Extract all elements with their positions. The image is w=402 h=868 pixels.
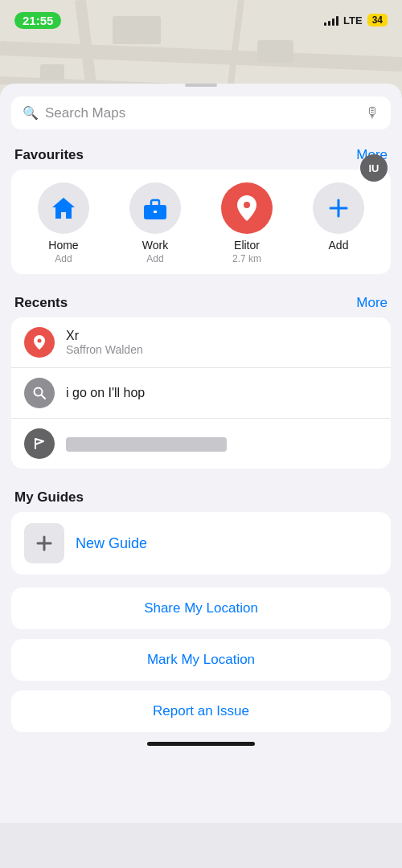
signal-bar-2 xyxy=(328,21,330,26)
battery-badge: 34 xyxy=(367,14,388,27)
status-bar: 21:55 LTE 34 xyxy=(0,0,402,35)
recent-item-xr[interactable]: Xr Saffron Walden xyxy=(11,317,391,367)
svg-rect-7 xyxy=(40,64,64,80)
mark-location-button[interactable]: Mark My Location xyxy=(11,639,391,681)
fav-item-add[interactable]: Add xyxy=(306,182,371,264)
svg-rect-6 xyxy=(257,40,293,63)
favourites-row: Home Add Work Add xyxy=(18,182,384,264)
favourites-section-header: Favourites More xyxy=(0,139,402,170)
recent-icon-search xyxy=(24,378,55,408)
blurred-content xyxy=(66,437,227,452)
guides-title: My Guides xyxy=(14,489,84,506)
home-indicator xyxy=(147,742,255,746)
recents-title: Recents xyxy=(14,295,68,311)
search-container: 🔍 Search Maps 🎙 IU xyxy=(0,96,402,139)
fav-sublabel-home: Add xyxy=(55,253,72,264)
fav-icon-elitor xyxy=(221,182,273,234)
favourites-card: Home Add Work Add xyxy=(11,170,391,274)
recent-icon-flag xyxy=(24,428,55,459)
signal-bars xyxy=(324,14,338,26)
signal-bar-3 xyxy=(332,18,334,26)
svg-point-11 xyxy=(38,339,42,343)
lte-label: LTE xyxy=(343,14,363,27)
search-placeholder[interactable]: Search Maps xyxy=(45,105,359,121)
svg-point-10 xyxy=(244,202,250,208)
signal-bar-1 xyxy=(324,23,326,26)
recent-item-blurred[interactable] xyxy=(11,418,391,469)
svg-rect-9 xyxy=(154,211,157,213)
fav-label-add: Add xyxy=(329,239,349,252)
recent-text-igo: i go on I'll hop xyxy=(66,386,378,400)
fav-label-home: Home xyxy=(48,239,78,252)
fav-icon-work xyxy=(129,182,181,234)
svg-line-13 xyxy=(42,395,46,399)
recents-more-link[interactable]: More xyxy=(356,295,388,311)
fav-item-home[interactable]: Home Add xyxy=(31,182,96,264)
report-issue-button[interactable]: Report an Issue xyxy=(11,690,391,732)
recent-title-igo: i go on I'll hop xyxy=(66,386,378,400)
recents-card: Xr Saffron Walden i go on I'll hop xyxy=(11,317,391,469)
bottom-sheet: 🔍 Search Maps 🎙 IU Favourites More Home … xyxy=(0,84,402,823)
fav-sublabel-add xyxy=(337,253,339,264)
guides-section-header: My Guides xyxy=(0,481,402,512)
favourites-title: Favourites xyxy=(14,147,84,163)
status-time: 21:55 xyxy=(14,12,61,29)
fav-item-work[interactable]: Work Add xyxy=(123,182,187,264)
status-right: LTE 34 xyxy=(324,14,388,27)
fav-sublabel-elitor: 2.7 km xyxy=(232,253,261,264)
search-icon: 🔍 xyxy=(23,105,39,121)
recent-text-blurred xyxy=(66,436,378,452)
guides-card[interactable]: New Guide xyxy=(11,512,391,575)
recent-title-xr: Xr xyxy=(66,329,378,343)
recent-icon-pin xyxy=(24,327,55,358)
share-location-button[interactable]: Share My Location xyxy=(11,588,391,629)
mic-icon[interactable]: 🎙 xyxy=(365,104,379,121)
fav-label-elitor: Elitor xyxy=(234,239,260,252)
avatar[interactable]: IU xyxy=(360,154,388,182)
sheet-handle xyxy=(185,84,217,87)
fav-icon-add xyxy=(313,182,364,234)
fav-label-work: Work xyxy=(142,239,168,252)
recent-subtitle-xr: Saffron Walden xyxy=(66,343,378,356)
signal-bar-4 xyxy=(336,16,338,26)
new-guide-icon xyxy=(24,523,64,563)
fav-sublabel-work: Add xyxy=(146,253,163,264)
recent-item-igo[interactable]: i go on I'll hop xyxy=(11,367,391,418)
fav-item-elitor[interactable]: Elitor 2.7 km xyxy=(215,182,279,264)
search-bar[interactable]: 🔍 Search Maps 🎙 xyxy=(11,96,391,129)
new-guide-label[interactable]: New Guide xyxy=(76,535,147,552)
recent-text-xr: Xr Saffron Walden xyxy=(66,329,378,356)
fav-icon-home xyxy=(38,182,89,234)
recents-section-header: Recents More xyxy=(0,287,402,317)
